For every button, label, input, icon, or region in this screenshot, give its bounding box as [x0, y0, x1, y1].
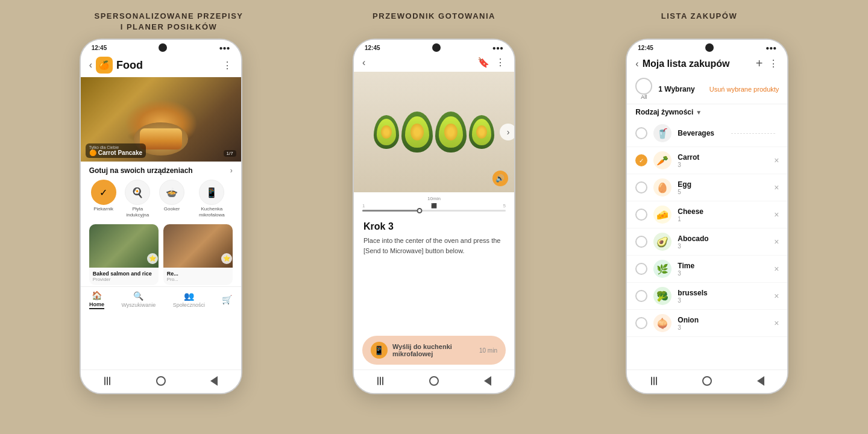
nav2-lines-btn[interactable] — [374, 375, 386, 387]
nav3-lines-btn[interactable] — [648, 375, 660, 387]
egg-remove[interactable]: × — [774, 183, 779, 192]
phone1-nav-bar — [81, 370, 241, 393]
shop-item-carrot[interactable]: ✓ 🥕 Carrot 3 × — [627, 147, 787, 174]
shop-menu-dots[interactable]: ⋮ — [769, 58, 779, 69]
shop-item-cheese[interactable]: 🧀 Cheese 1 × — [627, 201, 787, 228]
cook-nav-next[interactable]: › — [500, 124, 514, 140]
time-radio[interactable] — [635, 263, 647, 275]
nav3-back-btn[interactable] — [755, 375, 767, 387]
shop-header: ‹ Moja lista zakupów + ⋮ — [627, 53, 787, 74]
shop-item-avocado[interactable]: 🥑 Abocado 3 × — [627, 228, 787, 256]
nav2-back-btn[interactable] — [482, 375, 494, 387]
device-item-gooker[interactable]: 🍲 Gooker — [157, 180, 186, 218]
tab-cart[interactable]: 🛒 — [222, 295, 232, 304]
shop-item-brussels[interactable]: 🥦 brussels 3 × — [627, 283, 787, 310]
devices-arrow[interactable]: › — [230, 166, 233, 175]
cheese-radio[interactable] — [635, 209, 647, 221]
tab-home[interactable]: 🏠 Home — [89, 291, 104, 309]
food-menu-dots[interactable]: ⋮ — [222, 60, 233, 71]
onion-remove[interactable]: × — [774, 318, 779, 328]
nav2-back-icon — [484, 376, 491, 386]
nav2-home-btn[interactable] — [428, 375, 440, 387]
bookmark-icon[interactable]: 🔖 — [477, 57, 489, 68]
hero-badge-sub: Tylko dla Ciebie — [89, 145, 142, 149]
device-item-kuchenka[interactable]: 📱 Kuchenka mikrofalowa — [191, 180, 233, 218]
progress-track[interactable] — [362, 210, 506, 212]
cheese-name: Cheese — [678, 207, 768, 216]
avocado-3-inner — [439, 116, 463, 148]
tab-search[interactable]: 🔍 Wyszukiwanie — [121, 291, 156, 308]
status-time-3: 12:45 — [638, 45, 653, 51]
avocado-radio[interactable] — [635, 236, 647, 248]
cheese-remove[interactable]: × — [774, 210, 779, 219]
carrot-icon: 🥕 — [653, 151, 671, 169]
cook-text-area: Krok 3 Place into the center of the oven… — [354, 215, 514, 331]
onion-icon: 🧅 — [653, 314, 671, 332]
send-button-time: 10 min — [479, 347, 497, 354]
home-icon: 🏠 — [92, 291, 102, 300]
status-icons-1: ●●● — [219, 45, 230, 51]
shop-item-onion[interactable]: 🧅 Onion 3 × — [627, 310, 787, 337]
back-arrow-3[interactable]: ‹ — [635, 58, 638, 69]
brussels-remove[interactable]: × — [774, 291, 779, 301]
tab-home-label: Home — [89, 301, 104, 307]
avocado-remove[interactable]: × — [774, 237, 779, 247]
status-time-1: 12:45 — [92, 45, 107, 51]
device-label-plyta: Płyta indukcyjna — [123, 206, 153, 218]
onion-radio[interactable] — [635, 317, 647, 329]
time-remove[interactable]: × — [774, 264, 779, 274]
nav-back-icon — [210, 376, 218, 386]
recipe-fav-1[interactable]: ⭐ — [147, 253, 158, 264]
device-item-piekarnik[interactable]: ✓ Piekarnik — [89, 180, 118, 218]
nav-lines-btn[interactable] — [101, 375, 113, 387]
carrot-remove[interactable]: × — [774, 156, 779, 165]
recipe-fav-2[interactable]: ⭐ — [221, 253, 232, 264]
section-title-1: SPERSONALIZOWANE PRZEPISY I PLANER POSIŁ… — [84, 11, 253, 33]
tab-community[interactable]: 👥 Społeczności — [173, 291, 205, 308]
nav-home-btn[interactable] — [155, 375, 167, 387]
carrot-radio[interactable]: ✓ — [635, 154, 647, 166]
avocado-4 — [469, 115, 494, 149]
phones-container: 12:45 ●●● ‹ 🍊 Food ⋮ Tylko — [0, 39, 868, 394]
brussels-radio[interactable] — [635, 290, 647, 302]
beverages-radio[interactable] — [635, 127, 647, 139]
back-arrow-2[interactable]: ‹ — [362, 57, 365, 68]
nav3-home-btn[interactable] — [701, 375, 713, 387]
nav3-lines-icon — [651, 377, 657, 385]
recipe-card-2[interactable]: ⭐ Re... Pro... — [163, 224, 233, 285]
section-title-3: LISTA ZAKUPÓW — [615, 11, 784, 33]
notch-1 — [159, 43, 167, 52]
selected-count-text: 1 Wybrany — [658, 85, 694, 93]
recipe-card-1[interactable]: ⭐ Baked salmon and rice Provider — [89, 224, 159, 285]
send-to-microwave-button[interactable]: 📱 Wyślij do kuchenki mikrofalowej 10 min — [362, 336, 506, 365]
sound-button[interactable]: 🔊 — [492, 171, 508, 186]
progress-bar-area: 10min 1 ⬛ 5 — [354, 192, 514, 215]
nav3-back-icon — [757, 376, 764, 386]
food-tab-bar: 🏠 Home 🔍 Wyszukiwanie 👥 Społeczności 🛒 — [81, 286, 241, 312]
brussels-icon: 🥦 — [653, 287, 671, 305]
recipe-title-1: Baked salmon and rice — [93, 271, 155, 277]
category-filter[interactable]: Rodzaj żywności ▼ — [627, 104, 787, 120]
select-all-radio[interactable]: All — [635, 78, 652, 100]
status-bar-2: 12:45 ●●● — [354, 40, 514, 53]
cook-menu-dots[interactable]: ⋮ — [495, 57, 506, 68]
device-icon-kuchenka: 📱 — [199, 180, 224, 205]
phone1-content: ‹ 🍊 Food ⋮ Tylko dla Ciebie 🟠 Carrot Pan… — [81, 53, 241, 370]
remove-selected-button[interactable]: Usuń wybrane produkty — [709, 86, 779, 93]
add-item-icon[interactable]: + — [756, 57, 763, 71]
avocado-4-pit — [476, 125, 487, 139]
carrot-name: Carrot — [678, 153, 768, 162]
device-item-plyta[interactable]: 🍳 Płyta indukcyjna — [123, 180, 153, 218]
avocados-row — [374, 112, 494, 153]
shop-section-beverages: 🥤 Beverages — [627, 120, 787, 147]
shop-item-time[interactable]: 🌿 Time 3 × — [627, 256, 787, 283]
back-arrow-1[interactable]: ‹ — [89, 60, 92, 71]
food-app-header: ‹ 🍊 Food ⋮ — [81, 53, 241, 77]
nav-back-btn[interactable] — [208, 375, 220, 387]
egg-info: Egg 5 — [678, 180, 768, 195]
progress-fill — [362, 210, 420, 212]
shop-item-egg[interactable]: 🥚 Egg 5 × — [627, 174, 787, 201]
egg-radio[interactable] — [635, 181, 647, 193]
cart-icon: 🛒 — [222, 295, 232, 304]
devices-section-label: Gotuj na swoich urządzeniach › — [81, 162, 241, 177]
